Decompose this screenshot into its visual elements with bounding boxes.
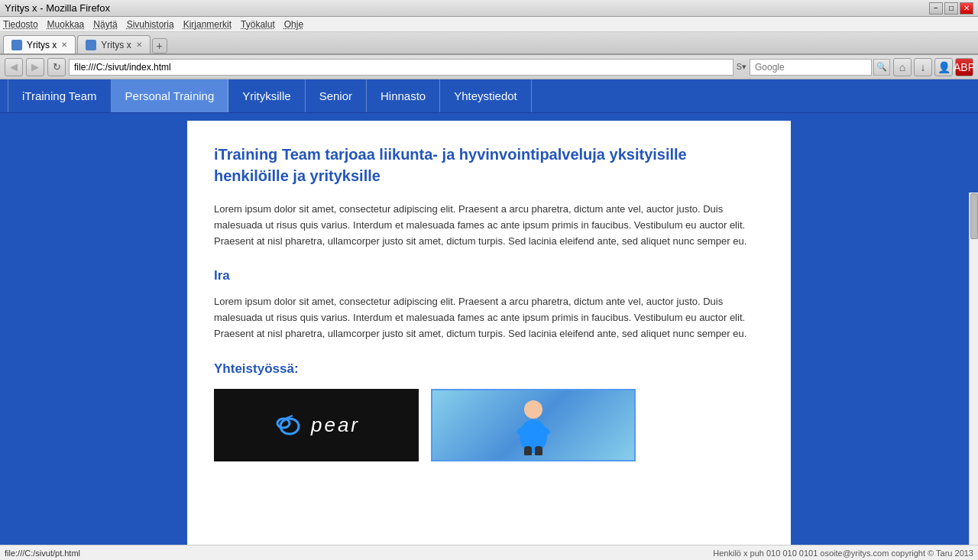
nav-yrityksille[interactable]: Yrityksille bbox=[228, 79, 305, 112]
site-navigation: iTraining Team Personal Training Yrityks… bbox=[0, 79, 978, 113]
toolbar-icons: ⌂ ↓ 👤 ABP bbox=[893, 58, 973, 76]
fitness-image bbox=[432, 390, 634, 460]
profile-button[interactable]: 👤 bbox=[934, 58, 953, 76]
pear-text: pear bbox=[311, 413, 360, 437]
partner-fitness-box bbox=[431, 389, 636, 461]
scrollbar[interactable] bbox=[969, 193, 978, 560]
status-url: file:///C:/sivut/pt.html bbox=[5, 549, 80, 558]
sub-heading: Ira bbox=[214, 268, 764, 283]
title-bar: Yritys x - Mozilla Firefox − □ ✕ bbox=[0, 0, 978, 17]
nav-yhteystiedot[interactable]: Yhteystiedot bbox=[440, 79, 532, 112]
nav-personal-training[interactable]: Personal Training bbox=[112, 79, 229, 112]
status-right: Henkilö x puh 010 010 0101 osoite@yritys… bbox=[713, 549, 973, 558]
main-heading: iTraining Team tarjoaa liikunta- ja hyvi… bbox=[214, 144, 764, 186]
new-tab-button[interactable]: + bbox=[152, 38, 167, 53]
menu-ohje[interactable]: Ohje bbox=[284, 19, 303, 30]
abp-button[interactable]: ABP bbox=[955, 58, 973, 76]
minimize-button[interactable]: − bbox=[929, 2, 943, 15]
home-button[interactable]: ⌂ bbox=[893, 58, 912, 76]
tab-bar: Yritys x ✕ Yritys x ✕ + bbox=[0, 32, 978, 55]
svg-rect-8 bbox=[535, 446, 542, 455]
back-button[interactable]: ◀ bbox=[5, 58, 23, 76]
partner-images: pear bbox=[214, 389, 764, 461]
tab-favicon-1 bbox=[11, 40, 22, 50]
menu-muokkaa[interactable]: Muokkaa bbox=[47, 19, 85, 30]
svg-point-3 bbox=[524, 400, 542, 419]
search-button[interactable]: 🔍 bbox=[873, 59, 890, 76]
svg-rect-7 bbox=[524, 446, 532, 455]
browser-title: Yritys x - Mozilla Firefox bbox=[5, 2, 110, 14]
nav-itraining-team[interactable]: iTraining Team bbox=[8, 79, 112, 112]
partner-heading: Yhteistyössä: bbox=[214, 361, 764, 377]
forward-button[interactable]: ▶ bbox=[26, 58, 44, 76]
main-body-text: Lorem ipsum dolor sit amet, consectetur … bbox=[214, 202, 764, 249]
tab-label-2: Yritys x bbox=[101, 40, 131, 50]
menu-bar: Tiedosto Muokkaa Näytä Sivuhistoria Kirj… bbox=[0, 17, 978, 32]
sub-body-text: Lorem ipsum dolor sit amet, consectetur … bbox=[214, 294, 764, 342]
menu-kirjanmerkit[interactable]: Kirjanmerkit bbox=[183, 19, 232, 30]
address-bar: ◀ ▶ ↻ S▾ 🔍 ⌂ ↓ 👤 ABP bbox=[0, 55, 978, 79]
tab-label-1: Yritys x bbox=[27, 40, 57, 50]
person-icon bbox=[503, 394, 564, 455]
window-controls: − □ ✕ bbox=[929, 2, 973, 15]
tab-close-1[interactable]: ✕ bbox=[61, 40, 67, 49]
url-input[interactable] bbox=[69, 59, 734, 76]
tab-1[interactable]: Yritys x ✕ bbox=[3, 35, 76, 53]
reload-button[interactable]: ↻ bbox=[47, 58, 66, 76]
partner-pear-box: pear bbox=[214, 389, 419, 461]
nav-hinnasto[interactable]: Hinnasto bbox=[367, 79, 440, 112]
nav-senior[interactable]: Senior bbox=[306, 79, 367, 112]
maximize-button[interactable]: □ bbox=[944, 2, 958, 15]
search-engine-label: S▾ bbox=[737, 62, 746, 72]
svg-point-4 bbox=[520, 419, 547, 453]
menu-nayta[interactable]: Näytä bbox=[93, 19, 117, 30]
status-bar: file:///C:/sivut/pt.html Henkilö x puh 0… bbox=[0, 545, 978, 560]
page-wrapper: iTraining Team tarjoaa liikunta- ja hyvi… bbox=[0, 113, 978, 560]
close-button[interactable]: ✕ bbox=[960, 2, 973, 15]
menu-tiedosto[interactable]: Tiedosto bbox=[3, 19, 38, 30]
tab-close-2[interactable]: ✕ bbox=[136, 40, 142, 49]
pear-logo: pear bbox=[273, 413, 360, 437]
search-input[interactable] bbox=[750, 59, 872, 76]
tab-favicon-2 bbox=[86, 40, 96, 50]
tab-2[interactable]: Yritys x ✕ bbox=[77, 35, 150, 53]
scrollbar-thumb[interactable] bbox=[970, 193, 978, 239]
menu-tyokalut[interactable]: Työkalut bbox=[241, 19, 275, 30]
download-button[interactable]: ↓ bbox=[914, 58, 932, 76]
menu-sivuhistoria[interactable]: Sivuhistoria bbox=[127, 19, 174, 30]
content-container: iTraining Team tarjoaa liikunta- ja hyvi… bbox=[187, 121, 791, 560]
pear-icon bbox=[273, 414, 306, 435]
